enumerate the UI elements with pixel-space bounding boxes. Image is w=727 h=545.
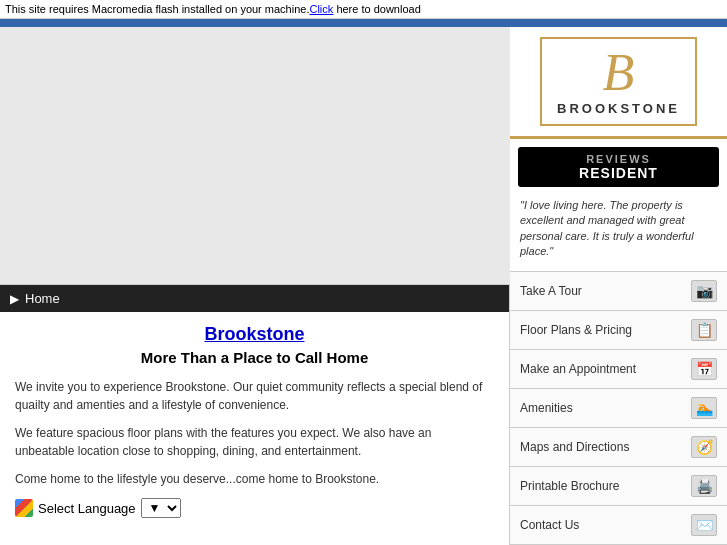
logo-letter: B [557, 47, 680, 99]
nav-item-brochure[interactable]: Printable Brochure🖨️ [510, 467, 727, 506]
flash-notice: This site requires Macromedia flash inst… [0, 0, 727, 19]
nav-icon-floor-plans: 📋 [691, 319, 717, 341]
content-title: Brookstone [15, 324, 494, 345]
nav-item-tour[interactable]: Take A Tour📷 [510, 272, 727, 311]
nav-item-amenities[interactable]: Amenities🏊 [510, 389, 727, 428]
review-quote: "I love living here. The property is exc… [518, 195, 719, 263]
logo-area: B Brookstone [510, 27, 727, 139]
nav-label-appointment: Make an Appointment [520, 362, 691, 376]
flash-notice-suffix: here to download [333, 3, 420, 15]
nav-menu: Take A Tour📷Floor Plans & Pricing📋Make a… [510, 272, 727, 545]
nav-label-brochure: Printable Brochure [520, 479, 691, 493]
nav-icon-amenities: 🏊 [691, 397, 717, 419]
nav-icon-tour: 📷 [691, 280, 717, 302]
nav-item-maps[interactable]: Maps and Directions🧭 [510, 428, 727, 467]
content-body: We invite you to experience Brookstone. … [15, 378, 494, 488]
logo-name: Brookstone [557, 101, 680, 116]
breadcrumb: ▶ Home [0, 285, 509, 312]
resident-reviews: REVIEWS RESIDENT "I love living here. Th… [510, 139, 727, 272]
content-subtitle: More Than a Place to Call Home [15, 349, 494, 366]
nav-icon-brochure: 🖨️ [691, 475, 717, 497]
blue-bar [0, 19, 727, 27]
breadcrumb-label: Home [25, 291, 60, 306]
content-area: Brookstone More Than a Place to Call Hom… [0, 312, 509, 533]
content-para-2: We feature spacious floor plans with the… [15, 424, 494, 460]
logo-box: B Brookstone [540, 37, 697, 126]
nav-label-amenities: Amenities [520, 401, 691, 415]
content-para-3: Come home to the lifestyle you deserve..… [15, 470, 494, 488]
content-para-1: We invite you to experience Brookstone. … [15, 378, 494, 414]
nav-label-tour: Take A Tour [520, 284, 691, 298]
language-dropdown[interactable]: ▼ [141, 498, 181, 518]
main-wrapper: ▶ Home Brookstone More Than a Place to C… [0, 27, 727, 545]
language-selector[interactable]: Select Language ▼ [15, 498, 494, 518]
nav-item-appointment[interactable]: Make an Appointment📅 [510, 350, 727, 389]
reviews-badge: REVIEWS RESIDENT [518, 147, 719, 187]
nav-item-floor-plans[interactable]: Floor Plans & Pricing📋 [510, 311, 727, 350]
flash-notice-text: This site requires Macromedia flash inst… [5, 3, 309, 15]
nav-item-contact[interactable]: Contact Us✉️ [510, 506, 727, 545]
nav-icon-maps: 🧭 [691, 436, 717, 458]
google-translate-icon [15, 499, 33, 517]
flash-notice-link[interactable]: Click [309, 3, 333, 15]
right-column: B Brookstone REVIEWS RESIDENT "I love li… [510, 27, 727, 545]
nav-icon-contact: ✉️ [691, 514, 717, 536]
breadcrumb-arrow: ▶ [10, 292, 19, 306]
left-column: ▶ Home Brookstone More Than a Place to C… [0, 27, 510, 545]
nav-label-floor-plans: Floor Plans & Pricing [520, 323, 691, 337]
nav-icon-appointment: 📅 [691, 358, 717, 380]
resident-text: RESIDENT [522, 165, 715, 181]
nav-label-maps: Maps and Directions [520, 440, 691, 454]
flash-placeholder [0, 27, 510, 285]
nav-label-contact: Contact Us [520, 518, 691, 532]
reviews-text-top: REVIEWS [522, 153, 715, 165]
language-label: Select Language [38, 501, 136, 516]
